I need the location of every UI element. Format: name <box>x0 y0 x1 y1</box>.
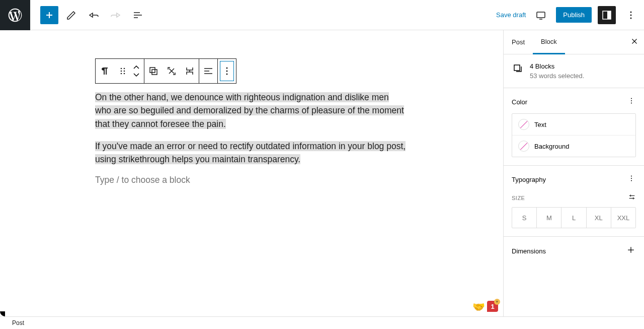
svg-point-21 <box>631 176 632 177</box>
paragraph-block: If you've made an error or need to recti… <box>95 140 407 166</box>
text-color-item[interactable]: Text <box>512 114 635 135</box>
svg-point-4 <box>630 14 632 16</box>
svg-point-16 <box>226 74 228 75</box>
handshake-icon[interactable]: 🤝 <box>472 301 485 313</box>
svg-rect-12 <box>150 68 155 73</box>
color-panel: Color Text Background <box>504 88 644 166</box>
svg-point-8 <box>121 71 122 72</box>
background-color-item[interactable]: Background <box>512 135 635 157</box>
svg-point-5 <box>630 17 632 19</box>
color-title: Color <box>512 98 527 106</box>
svg-point-14 <box>226 68 228 69</box>
background-swatch-icon <box>518 141 529 152</box>
redo-button <box>107 6 125 24</box>
svg-point-6 <box>121 68 122 70</box>
svg-point-15 <box>226 71 228 72</box>
top-toolbar: Save draft Publish <box>0 0 644 30</box>
word-count: 53 words selected. <box>530 72 584 80</box>
paragraph-block: On the other hand, we denounce with righ… <box>95 91 407 130</box>
sidebar-tabs: Post Block <box>504 30 644 54</box>
svg-point-10 <box>121 73 122 75</box>
save-draft-link[interactable]: Save draft <box>496 11 526 19</box>
tab-post[interactable]: Post <box>504 30 533 54</box>
size-s[interactable]: S <box>512 208 536 228</box>
editor-area: On the other hand, we denounce with righ… <box>0 30 503 316</box>
undo-button[interactable] <box>85 6 103 24</box>
breadcrumb-post[interactable]: Post <box>12 319 24 326</box>
svg-point-9 <box>124 71 125 72</box>
plus-icon[interactable] <box>626 245 636 257</box>
close-sidebar-icon[interactable] <box>630 37 639 48</box>
transform-icon[interactable] <box>163 59 181 83</box>
size-m[interactable]: M <box>536 208 561 228</box>
more-options-icon[interactable] <box>218 59 236 83</box>
svg-rect-0 <box>537 12 545 18</box>
drag-handle-icon[interactable] <box>114 59 132 83</box>
add-block-button[interactable] <box>40 6 58 24</box>
color-menu-icon[interactable] <box>627 96 636 107</box>
svg-point-22 <box>631 178 632 179</box>
settings-sidebar: Post Block 4 Blocks 53 words selected. C… <box>503 30 644 316</box>
notification-badge[interactable]: 1 + <box>487 301 498 313</box>
move-buttons[interactable] <box>132 59 144 83</box>
toolbar-right: Save draft Publish <box>496 6 644 24</box>
duplicate-icon[interactable] <box>144 59 163 83</box>
size-xl[interactable]: XL <box>586 208 611 228</box>
svg-point-19 <box>631 100 632 101</box>
typography-menu-icon[interactable] <box>627 174 636 185</box>
svg-point-18 <box>631 98 632 99</box>
svg-point-11 <box>124 73 125 75</box>
copy-icon <box>512 62 524 75</box>
svg-point-23 <box>631 180 632 181</box>
main-area: On the other hand, we denounce with righ… <box>0 30 644 316</box>
block-count: 4 Blocks <box>530 62 584 70</box>
toolbar-left <box>30 6 147 24</box>
options-button[interactable] <box>622 6 640 24</box>
publish-button[interactable]: Publish <box>556 7 592 23</box>
edit-mode-button[interactable] <box>62 6 80 24</box>
svg-rect-17 <box>514 65 520 71</box>
align-icon[interactable] <box>199 59 217 83</box>
preview-button[interactable] <box>532 6 550 24</box>
outline-button[interactable] <box>129 6 147 24</box>
size-custom-icon[interactable] <box>628 193 636 203</box>
wp-logo[interactable] <box>0 0 30 30</box>
svg-rect-13 <box>152 70 157 75</box>
typography-title: Typography <box>512 176 546 183</box>
size-xxl[interactable]: XXL <box>611 208 635 228</box>
block-info: 4 Blocks 53 words selected. <box>504 54 644 88</box>
text-swatch-icon <box>518 119 529 130</box>
settings-button[interactable] <box>598 6 616 24</box>
size-l[interactable]: L <box>561 208 586 228</box>
size-label: SIZE <box>512 195 525 201</box>
tab-block[interactable]: Block <box>533 30 565 54</box>
dimensions-title: Dimensions <box>512 247 546 255</box>
block-placeholder[interactable]: Type / to choose a block <box>95 175 407 185</box>
svg-rect-2 <box>607 11 611 19</box>
footer-breadcrumb: Post <box>0 316 644 329</box>
paragraph-icon[interactable] <box>96 59 114 83</box>
typography-panel: Typography SIZE S M L XL XXL <box>504 166 644 237</box>
block-toolbar <box>95 58 236 84</box>
svg-point-3 <box>630 11 632 13</box>
dimensions-panel[interactable]: Dimensions <box>504 237 644 265</box>
split-icon[interactable] <box>181 59 199 83</box>
svg-point-20 <box>631 103 632 104</box>
content[interactable]: On the other hand, we denounce with righ… <box>95 91 407 185</box>
svg-point-7 <box>124 68 125 70</box>
size-presets: S M L XL XXL <box>512 207 636 228</box>
bottom-icons: 🤝 1 + <box>472 301 498 313</box>
